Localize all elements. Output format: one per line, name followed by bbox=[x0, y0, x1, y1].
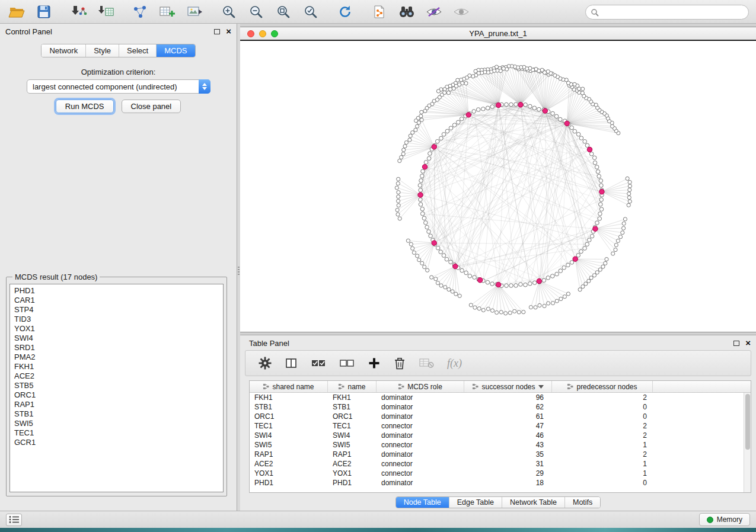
mcds-result-item[interactable]: RAP1 bbox=[10, 400, 223, 409]
mcds-result-item[interactable]: PHD1 bbox=[10, 286, 223, 296]
table-row[interactable]: RAP1RAP1dominator352 bbox=[250, 450, 744, 459]
table-row[interactable]: ORC1ORC1dominator610 bbox=[250, 412, 744, 421]
table-cell: connector bbox=[377, 421, 464, 431]
column-header-mcds-role[interactable]: MCDS role bbox=[377, 381, 464, 392]
export-image-button[interactable] bbox=[185, 3, 204, 21]
tab-network-table[interactable]: Network Table bbox=[502, 497, 564, 508]
hide-graphics-button[interactable] bbox=[425, 3, 444, 21]
column-header-shared-name[interactable]: shared name bbox=[250, 381, 328, 392]
delete-table-button[interactable] bbox=[419, 354, 434, 372]
column-header-predecessor-nodes[interactable]: predecessor nodes bbox=[552, 381, 653, 392]
import-table-button[interactable] bbox=[96, 3, 115, 21]
mcds-result-item[interactable]: FKH1 bbox=[10, 362, 223, 371]
panel-menu-button[interactable] bbox=[6, 514, 22, 526]
table-row[interactable]: SWI4SWI4dominator462 bbox=[250, 431, 744, 440]
minimize-window-icon[interactable] bbox=[259, 30, 266, 37]
table-scrollbar[interactable] bbox=[744, 393, 751, 492]
zoom-fit-icon bbox=[276, 4, 291, 20]
memory-button[interactable]: Memory bbox=[699, 513, 750, 526]
table-cell: 35 bbox=[464, 450, 552, 459]
save-session-button[interactable] bbox=[34, 3, 53, 21]
table-row[interactable]: SWI5SWI5connector431 bbox=[250, 440, 744, 450]
zoom-out-button[interactable] bbox=[247, 3, 266, 21]
mcds-result-item[interactable]: PMA2 bbox=[10, 352, 223, 362]
column-header-name[interactable]: name bbox=[328, 381, 377, 392]
mcds-result-item[interactable]: SWI4 bbox=[10, 334, 223, 343]
zoom-selected-button[interactable] bbox=[301, 3, 320, 21]
table-row[interactable]: YOX1YOX1connector291 bbox=[250, 469, 744, 478]
table-cell: dominator bbox=[377, 450, 464, 459]
binoculars-search-button[interactable] bbox=[397, 3, 416, 21]
app-window: { "toolbar": { "search_value": "", "icon… bbox=[0, 0, 756, 532]
table-cell: 18 bbox=[464, 478, 552, 488]
column-header-successor-nodes[interactable]: successor nodes bbox=[464, 381, 552, 392]
refresh-view-button[interactable] bbox=[336, 3, 355, 21]
criterion-dropdown[interactable]: largest connected component (undirected) bbox=[27, 79, 210, 94]
tab-node-table[interactable]: Node Table bbox=[396, 497, 449, 508]
mcds-result-item[interactable]: SRD1 bbox=[10, 343, 223, 352]
tab-mcds[interactable]: MCDS bbox=[156, 44, 194, 57]
mcds-result-item[interactable]: STB5 bbox=[10, 381, 223, 390]
refresh-icon bbox=[337, 4, 353, 20]
table-row[interactable]: ACE2ACE2connector311 bbox=[250, 459, 744, 469]
close-mcds-panel-button[interactable]: Close panel bbox=[122, 100, 181, 113]
function-builder-button[interactable]: f(x) bbox=[447, 354, 462, 372]
table-row[interactable]: FKH1FKH1dominator962 bbox=[250, 393, 744, 402]
close-window-icon[interactable] bbox=[247, 30, 254, 37]
deselect-all-columns-button[interactable] bbox=[339, 354, 355, 372]
mcds-buttons-row: Run MCDS Close panel bbox=[0, 100, 237, 113]
select-all-columns-button[interactable] bbox=[311, 354, 326, 372]
control-panel-header: Control Panel × bbox=[0, 24, 237, 39]
table-row[interactable]: STB1STB1dominator620 bbox=[250, 402, 744, 412]
add-table-button[interactable] bbox=[158, 3, 177, 21]
table-cell: 2 bbox=[552, 431, 653, 440]
mcds-result-item[interactable]: GCR1 bbox=[10, 438, 223, 447]
search-input[interactable] bbox=[602, 8, 744, 17]
delete-column-button[interactable] bbox=[394, 354, 406, 372]
float-table-panel-icon[interactable] bbox=[733, 341, 739, 346]
control-panel-title: Control Panel bbox=[5, 27, 52, 36]
new-network-button[interactable] bbox=[130, 3, 149, 21]
mcds-result-item[interactable]: STP4 bbox=[10, 305, 223, 315]
add-column-button[interactable] bbox=[368, 354, 381, 372]
open-folder-icon bbox=[8, 5, 25, 19]
tab-network[interactable]: Network bbox=[42, 44, 85, 57]
mcds-result-item[interactable]: TID3 bbox=[10, 315, 223, 324]
close-table-panel-icon[interactable]: × bbox=[745, 339, 751, 347]
mcds-result-item[interactable]: SWI5 bbox=[10, 419, 223, 428]
mcds-result-item[interactable]: TEC1 bbox=[10, 428, 223, 438]
close-panel-icon[interactable]: × bbox=[226, 27, 231, 36]
zoom-fit-button[interactable] bbox=[274, 3, 293, 21]
table-cell bbox=[653, 421, 744, 431]
network-canvas[interactable] bbox=[240, 42, 756, 332]
refresh-tool-group bbox=[336, 3, 355, 21]
table-settings-button[interactable] bbox=[259, 354, 272, 372]
tab-style[interactable]: Style bbox=[85, 44, 119, 57]
copy-network-button[interactable] bbox=[370, 3, 389, 21]
maximize-window-icon[interactable] bbox=[271, 30, 278, 37]
float-panel-icon[interactable] bbox=[214, 29, 220, 34]
mcds-result-item[interactable]: STB1 bbox=[10, 409, 223, 419]
table-row[interactable]: TEC1TEC1connector472 bbox=[250, 421, 744, 431]
tab-motifs[interactable]: Motifs bbox=[564, 497, 600, 508]
search-box[interactable] bbox=[585, 5, 749, 20]
show-graphics-button[interactable] bbox=[452, 3, 471, 21]
mcds-result-item[interactable]: YOX1 bbox=[10, 324, 223, 334]
open-file-button[interactable] bbox=[7, 3, 26, 21]
table-cell: 0 bbox=[552, 412, 653, 421]
table-row[interactable]: PHD1PHD1dominator180 bbox=[250, 478, 744, 488]
table-cell: 46 bbox=[464, 431, 552, 440]
scrollbar-thumb[interactable] bbox=[745, 394, 750, 450]
tab-edge-table[interactable]: Edge Table bbox=[449, 497, 502, 508]
tab-select[interactable]: Select bbox=[119, 44, 156, 57]
mcds-result-list[interactable]: PHD1CAR1STP4TID3YOX1SWI4SRD1PMA2FKH1ACE2… bbox=[9, 284, 224, 492]
mcds-result-item[interactable]: CAR1 bbox=[10, 296, 223, 305]
run-mcds-button[interactable]: Run MCDS bbox=[56, 100, 114, 113]
zoom-in-button[interactable] bbox=[219, 3, 238, 21]
mcds-result-item[interactable]: ACE2 bbox=[10, 371, 223, 381]
mcds-result-item[interactable]: ORC1 bbox=[10, 390, 223, 400]
table-cell: 31 bbox=[464, 459, 552, 469]
show-columns-button[interactable] bbox=[285, 354, 298, 372]
attribute-type-icon bbox=[567, 383, 573, 390]
import-network-button[interactable] bbox=[69, 3, 88, 21]
